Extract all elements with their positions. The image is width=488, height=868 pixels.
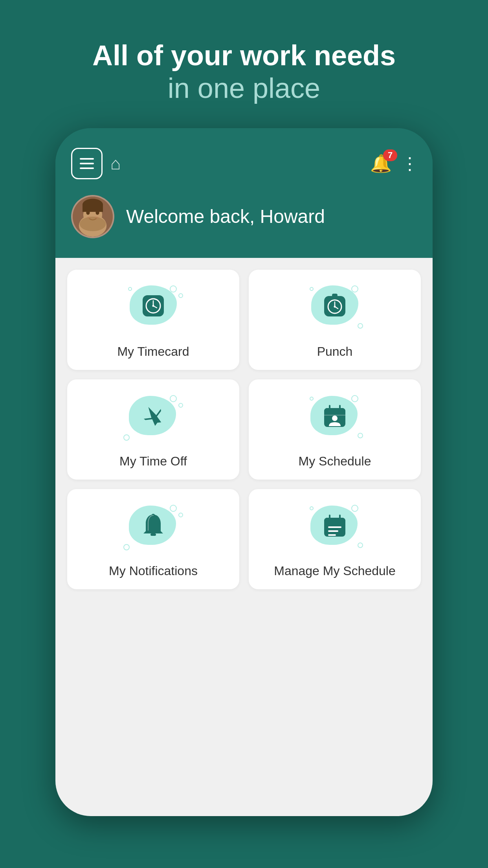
svg-point-14 <box>152 305 154 307</box>
svg-rect-35 <box>328 526 341 528</box>
tile-time-off[interactable]: My Time Off <box>67 379 239 480</box>
svg-point-20 <box>334 306 336 308</box>
timecard-label: My Timecard <box>117 344 189 359</box>
tile-punch[interactable]: Punch <box>249 270 421 370</box>
svg-point-27 <box>332 416 338 421</box>
nav-right: 🔔 7 ⋮ <box>370 153 417 174</box>
tile-notifications[interactable]: My Notifications <box>67 489 239 589</box>
phone-notch <box>205 128 283 135</box>
svg-point-9 <box>80 217 106 231</box>
menu-button[interactable] <box>71 148 103 179</box>
timeoff-label: My Time Off <box>119 454 187 469</box>
notifications-label: My Notifications <box>109 564 198 578</box>
notif-icon-area <box>118 501 189 556</box>
welcome-message: Welcome back, Howard <box>126 206 325 227</box>
plane-icon <box>139 402 167 435</box>
tile-my-schedule[interactable]: My Schedule <box>249 379 421 480</box>
more-options-button[interactable]: ⋮ <box>401 153 417 173</box>
calendar-list-icon <box>321 511 349 545</box>
tile-grid: My Timecard <box>67 270 421 589</box>
notifications-button[interactable]: 🔔 7 <box>370 153 392 174</box>
svg-rect-8 <box>83 204 103 212</box>
tile-my-timecard[interactable]: My Timecard <box>67 270 239 370</box>
timeoff-icon-area <box>118 391 189 446</box>
schedule-label: My Schedule <box>299 454 371 469</box>
bell-tile-icon <box>139 511 167 545</box>
svg-rect-23 <box>324 412 345 415</box>
phone-frame: ⌂ 🔔 7 ⋮ <box>55 128 433 816</box>
clock-icon <box>139 292 167 326</box>
svg-rect-32 <box>324 521 345 524</box>
punch-icon-area <box>299 281 370 337</box>
app-nav: ⌂ 🔔 7 ⋮ <box>71 148 417 179</box>
hero-title: All of your work needs in one place <box>61 39 427 105</box>
svg-rect-16 <box>332 294 338 297</box>
notification-badge: 7 <box>383 149 397 161</box>
manage-icon-area <box>299 501 370 556</box>
app-header: ⌂ 🔔 7 ⋮ <box>55 128 433 258</box>
calendar-person-icon <box>321 402 349 435</box>
avatar[interactable] <box>71 195 114 238</box>
svg-rect-37 <box>328 534 336 536</box>
home-icon[interactable]: ⌂ <box>110 154 121 173</box>
manage-schedule-label: Manage My Schedule <box>274 564 396 578</box>
svg-rect-36 <box>328 530 338 532</box>
timecard-icon-area <box>118 281 189 337</box>
svg-rect-28 <box>150 533 156 536</box>
welcome-row: Welcome back, Howard <box>71 191 417 246</box>
hamburger-icon <box>80 158 94 169</box>
stopwatch-icon <box>321 292 349 326</box>
content-area: My Timecard <box>55 258 433 816</box>
nav-left: ⌂ <box>71 148 121 179</box>
tile-manage-schedule[interactable]: Manage My Schedule <box>249 489 421 589</box>
schedule-icon-area <box>299 391 370 446</box>
punch-label: Punch <box>317 344 353 359</box>
